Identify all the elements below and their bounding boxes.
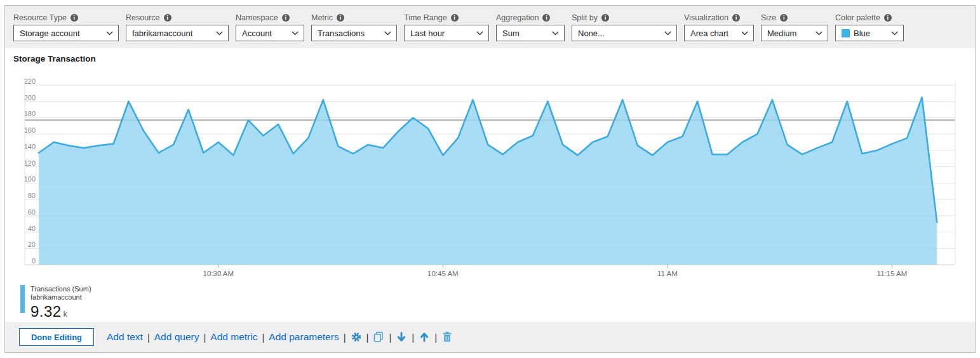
filter-label-text: Visualization [684,13,728,22]
svg-text:60: 60 [28,208,36,216]
info-icon[interactable]: i [542,14,550,22]
filter-selected-value-wrap: Transactions [318,29,365,38]
filter-selected-value: None... [578,29,605,38]
filter-label-text: Resource [126,13,160,22]
move-down-icon[interactable] [396,331,407,343]
info-icon[interactable]: i [884,14,892,22]
footer-link-add-query[interactable]: Add query [154,331,199,343]
filter-split-by: Split byiNone... [572,12,677,41]
filter-label-text: Split by [572,13,598,22]
chevron-down-icon [106,31,113,36]
filter-selected-value: Sum [502,29,520,38]
filter-label-resource-type: Resource Typei [13,12,119,23]
info-icon[interactable]: i [451,14,459,22]
separator: | [262,332,264,343]
separator: | [147,332,150,343]
filter-label-text: Time Range [404,13,447,22]
filter-dropdown-color-palette[interactable]: Blue [835,25,904,41]
transactions-chart[interactable]: 02040608010012014016018020022010:30 AM10… [5,76,971,281]
filter-label-time-range: Time Rangei [404,12,489,23]
info-icon[interactable]: i [282,14,290,22]
chevron-down-icon [741,31,748,36]
svg-text:200: 200 [24,94,36,102]
chevron-down-icon [816,31,822,36]
filter-selected-value-wrap: Blue [842,29,870,38]
filter-selected-value-wrap: None... [578,29,605,38]
svg-text:220: 220 [24,77,36,85]
filter-dropdown-resource-type[interactable]: Storage account [13,25,119,41]
filter-label-text: Color palette [835,13,880,22]
filter-label-namespace: Namespacei [236,12,304,23]
svg-text:20: 20 [28,241,36,248]
filter-selected-value-wrap: Storage account [20,29,80,38]
svg-text:10:45 AM: 10:45 AM [427,270,459,277]
filter-dropdown-split-by[interactable]: None... [572,25,677,41]
footer-link-add-parameters[interactable]: Add parameters [269,331,339,343]
filter-visualization: VisualizationiArea chart [684,12,754,41]
legend-color-bar [20,285,25,313]
filter-bar: Resource TypeiStorage accountResourceifa… [5,6,975,48]
delete-icon[interactable] [441,331,453,343]
legend-series-name: Transactions (Sum) [30,285,91,293]
filter-label-split-by: Split byi [572,12,677,23]
separator: | [434,332,437,343]
svg-text:160: 160 [24,126,36,134]
svg-text:140: 140 [24,143,36,150]
separator: | [412,332,414,343]
filter-dropdown-size[interactable]: Medium [761,25,828,41]
filter-size: SizeiMedium [761,12,828,41]
chart-legend[interactable]: Transactions (Sum) fabrikamaccount 9.32k [20,285,975,321]
filter-selected-value: Blue [854,29,870,38]
info-icon[interactable]: i [70,14,78,22]
filter-selected-value-wrap: Area chart [690,29,728,38]
footer-link-add-metric[interactable]: Add metric [210,331,257,343]
svg-text:0: 0 [32,257,36,265]
filter-dropdown-visualization[interactable]: Area chart [684,25,754,41]
filter-namespace: NamespaceiAccount [236,12,304,41]
move-up-icon[interactable] [419,331,430,343]
filter-dropdown-namespace[interactable]: Account [236,25,304,41]
info-icon[interactable]: i [601,14,609,22]
separator: | [344,332,346,343]
svg-text:180: 180 [24,110,36,117]
filter-selected-value-wrap: Account [242,29,272,38]
metrics-widget-panel: Resource TypeiStorage accountResourceifa… [4,5,976,353]
footer-link-add-text[interactable]: Add text [107,331,143,343]
filter-aggregation: AggregationiSum [496,12,565,41]
filter-selected-value: Transactions [318,29,365,38]
separator: | [203,332,206,343]
chart-title: Storage Transaction [13,54,975,63]
filter-resource: Resourceifabrikamaccount [126,12,229,41]
filter-selected-value: Account [242,29,272,38]
editing-toolbar: Done Editing Add text|Add query|Add metr… [5,322,975,352]
filter-metric: MetriciTransactions [311,12,397,41]
info-icon[interactable]: i [732,14,740,22]
filter-dropdown-resource[interactable]: fabrikamaccount [126,25,229,41]
filter-selected-value: Medium [767,29,796,38]
filter-label-visualization: Visualizationi [684,12,754,23]
chevron-down-icon [216,31,223,36]
filter-dropdown-metric[interactable]: Transactions [311,25,397,41]
filter-selected-value: Storage account [20,29,80,38]
svg-text:100: 100 [24,175,36,183]
color-swatch-icon [842,29,850,37]
legend-total: 9.32k [30,303,91,321]
svg-text:120: 120 [24,159,36,167]
legend-total-value: 9.32 [30,303,62,320]
settings-icon[interactable] [351,331,362,343]
info-icon[interactable]: i [780,14,788,22]
filter-selected-value-wrap: Sum [502,29,520,38]
info-icon[interactable]: i [164,14,171,22]
filter-dropdown-time-range[interactable]: Last hour [404,25,489,41]
legend-resource-name: fabrikamaccount [30,293,91,302]
filter-dropdown-aggregation[interactable]: Sum [496,25,565,41]
filter-selected-value: Area chart [690,29,728,38]
chevron-down-icon [384,31,391,36]
info-icon[interactable]: i [337,14,344,22]
filter-resource-type: Resource TypeiStorage account [13,12,119,41]
filter-selected-value-wrap: Last hour [410,29,445,38]
done-editing-button[interactable]: Done Editing [19,328,94,346]
copy-icon[interactable] [373,331,384,343]
separator: | [366,332,369,343]
filter-label-metric: Metrici [311,12,397,23]
